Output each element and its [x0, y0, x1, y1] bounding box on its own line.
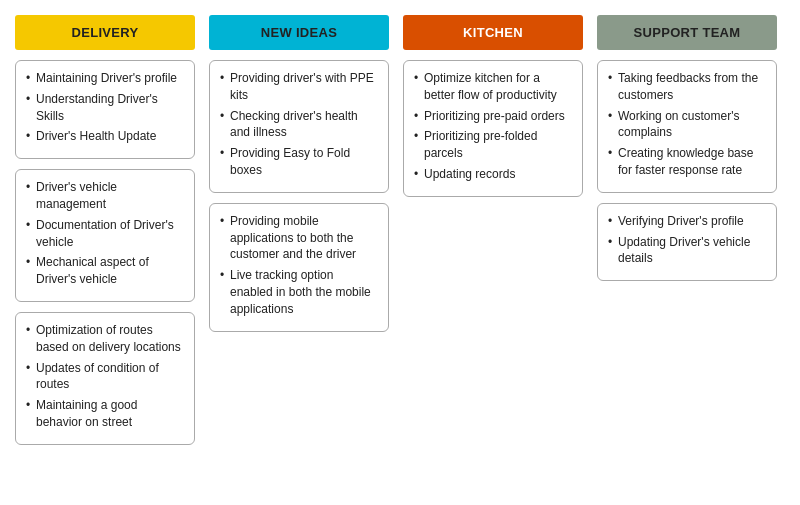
list-item: Driver's Health Update — [26, 128, 184, 145]
list-item: Updating Driver's vehicle details — [608, 234, 766, 268]
card-support-1: Verifying Driver's profileUpdating Drive… — [597, 203, 777, 281]
list-item: Verifying Driver's profile — [608, 213, 766, 230]
list-item: Optimize kitchen for a better flow of pr… — [414, 70, 572, 104]
card-delivery-1: Driver's vehicle managementDocumentation… — [15, 169, 195, 302]
list-item: Live tracking option enabled in both the… — [220, 267, 378, 317]
card-list-delivery-0: Maintaining Driver's profileUnderstandin… — [26, 70, 184, 145]
card-list-delivery-2: Optimization of routes based on delivery… — [26, 322, 184, 431]
list-item: Creating knowledge base for faster respo… — [608, 145, 766, 179]
list-item: Documentation of Driver's vehicle — [26, 217, 184, 251]
list-item: Updates of condition of routes — [26, 360, 184, 394]
card-support-0: Taking feedbacks from the customersWorki… — [597, 60, 777, 193]
list-item: Mechanical aspect of Driver's vehicle — [26, 254, 184, 288]
column-header-delivery: DELIVERY — [15, 15, 195, 50]
card-delivery-2: Optimization of routes based on delivery… — [15, 312, 195, 445]
card-list-newideas-1: Providing mobile applications to both th… — [220, 213, 378, 318]
list-item: Providing Easy to Fold boxes — [220, 145, 378, 179]
list-item: Maintaining Driver's profile — [26, 70, 184, 87]
card-delivery-0: Maintaining Driver's profileUnderstandin… — [15, 60, 195, 159]
card-list-delivery-1: Driver's vehicle managementDocumentation… — [26, 179, 184, 288]
card-newideas-0: Providing driver's with PPE kitsChecking… — [209, 60, 389, 193]
list-item: Updating records — [414, 166, 572, 183]
list-item: Providing driver's with PPE kits — [220, 70, 378, 104]
column-kitchen: KITCHENOptimize kitchen for a better flo… — [403, 15, 583, 197]
list-item: Taking feedbacks from the customers — [608, 70, 766, 104]
column-header-kitchen: KITCHEN — [403, 15, 583, 50]
list-item: Maintaining a good behavior on street — [26, 397, 184, 431]
column-support: SUPPORT TEAMTaking feedbacks from the cu… — [597, 15, 777, 281]
list-item: Optimization of routes based on delivery… — [26, 322, 184, 356]
card-list-support-1: Verifying Driver's profileUpdating Drive… — [608, 213, 766, 267]
card-list-newideas-0: Providing driver's with PPE kitsChecking… — [220, 70, 378, 179]
card-list-support-0: Taking feedbacks from the customersWorki… — [608, 70, 766, 179]
list-item: Prioritizing pre-folded parcels — [414, 128, 572, 162]
list-item: Checking driver's health and illness — [220, 108, 378, 142]
card-kitchen-0: Optimize kitchen for a better flow of pr… — [403, 60, 583, 197]
list-item: Driver's vehicle management — [26, 179, 184, 213]
list-item: Prioritizing pre-paid orders — [414, 108, 572, 125]
column-header-support: SUPPORT TEAM — [597, 15, 777, 50]
list-item: Providing mobile applications to both th… — [220, 213, 378, 263]
kanban-board: DELIVERYMaintaining Driver's profileUnde… — [15, 15, 785, 445]
column-header-newideas: NEW IDEAS — [209, 15, 389, 50]
card-list-kitchen-0: Optimize kitchen for a better flow of pr… — [414, 70, 572, 183]
card-newideas-1: Providing mobile applications to both th… — [209, 203, 389, 332]
column-delivery: DELIVERYMaintaining Driver's profileUnde… — [15, 15, 195, 445]
column-newideas: NEW IDEASProviding driver's with PPE kit… — [209, 15, 389, 332]
list-item: Understanding Driver's Skills — [26, 91, 184, 125]
list-item: Working on customer's complains — [608, 108, 766, 142]
